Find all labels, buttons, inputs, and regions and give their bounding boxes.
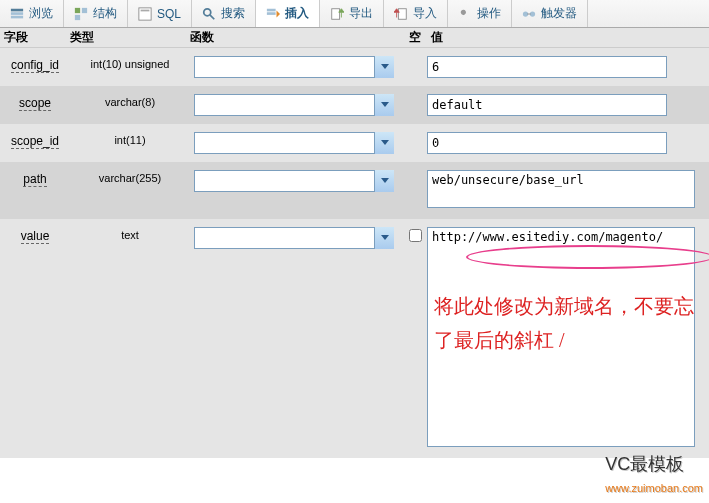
function-select[interactable] [194,56,394,78]
field-type: varchar(8) [70,92,190,108]
tab-export[interactable]: 导出 [320,0,384,27]
field-type: text [70,225,190,241]
wrench-icon [458,7,472,21]
svg-rect-5 [75,14,80,19]
tab-label: 搜索 [221,5,245,22]
svg-rect-3 [75,7,80,12]
tab-label: 结构 [93,5,117,22]
function-select[interactable] [194,170,394,192]
tab-search[interactable]: 搜索 [192,0,256,27]
table-row: scope_id int(11) [0,124,709,162]
tab-label: 导出 [349,5,373,22]
function-select[interactable] [194,132,394,154]
svg-rect-2 [11,15,23,18]
tab-structure[interactable]: 结构 [64,0,128,27]
tab-label: SQL [157,7,181,21]
header-null: 空 [405,29,425,46]
table-row: scope varchar(8) [0,86,709,124]
tab-label: 操作 [477,5,501,22]
header-type: 类型 [70,29,190,46]
tab-label: 插入 [285,5,309,22]
value-input[interactable] [427,132,667,154]
value-textarea[interactable]: web/unsecure/base_url [427,170,695,208]
header-func: 函数 [190,29,405,46]
header-value: 值 [425,29,709,46]
tab-import[interactable]: 导入 [384,0,448,27]
svg-rect-11 [267,12,276,15]
browse-icon [10,7,24,21]
tab-label: 触发器 [541,5,577,22]
import-icon [394,7,408,21]
table-row: path varchar(255) web/unsecure/base_url [0,162,709,219]
tab-insert[interactable]: 插入 [256,0,320,27]
trigger-icon [522,7,536,21]
tab-label: 浏览 [29,5,53,22]
field-name: path [0,168,70,186]
header-field: 字段 [0,29,70,46]
insert-icon [266,7,280,21]
function-select[interactable] [194,227,394,249]
tab-operations[interactable]: 操作 [448,0,512,27]
null-checkbox[interactable] [409,229,422,242]
tab-sql[interactable]: SQL [128,0,192,27]
svg-point-8 [204,8,211,15]
tab-browse[interactable]: 浏览 [0,0,64,27]
field-type: int(10) unsigned [70,54,190,70]
field-name: scope [0,92,70,110]
value-input[interactable] [427,56,667,78]
field-type: int(11) [70,130,190,146]
export-icon [330,7,344,21]
svg-rect-0 [11,8,23,11]
search-icon [202,7,216,21]
function-select[interactable] [194,94,394,116]
svg-rect-10 [267,8,276,11]
svg-rect-13 [398,8,406,19]
top-tabs: 浏览 结构 SQL 搜索 插入 导出 导入 操作 触发器 [0,0,709,28]
tab-label: 导入 [413,5,437,22]
svg-rect-4 [82,7,87,12]
field-name: config_id [0,54,70,72]
annotation-text: 将此处修改为新域名，不要忘 了最后的斜杠 / [434,289,694,357]
tab-triggers[interactable]: 触发器 [512,0,588,27]
table-row: config_id int(10) unsigned [0,48,709,86]
field-type: varchar(255) [70,168,190,184]
field-name: scope_id [0,130,70,148]
column-header-row: 字段 类型 函数 空 值 [0,28,709,48]
value-input[interactable] [427,94,667,116]
svg-rect-12 [332,8,340,19]
svg-line-9 [210,14,214,18]
watermark: VC最模板 www.zuimoban.com [605,452,703,497]
svg-rect-1 [11,12,23,15]
sql-icon [138,7,152,21]
structure-icon [74,7,88,21]
field-name: value [0,225,70,243]
svg-rect-7 [141,9,150,11]
